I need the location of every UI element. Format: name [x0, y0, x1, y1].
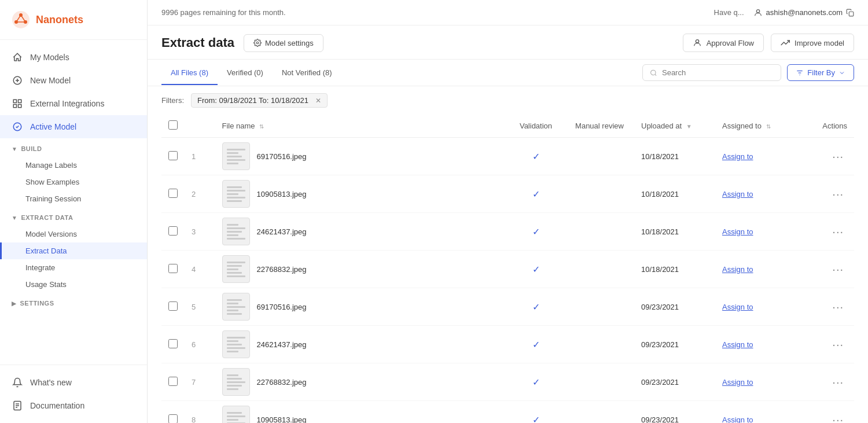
- tabs-container: All Files (8) Verified (0) Not Verified …: [161, 60, 341, 86]
- row-filename: 69170516.jpeg: [257, 152, 307, 161]
- thumb-line: [227, 224, 238, 226]
- more-actions-button[interactable]: ···: [829, 263, 847, 276]
- sidebar-item-integrate[interactable]: Integrate: [0, 259, 147, 276]
- tab-all-files[interactable]: All Files (8): [161, 61, 218, 85]
- sidebar-bottom: What's new Documentation: [0, 365, 147, 423]
- gear-icon: [253, 39, 262, 47]
- integrate-label: Integrate: [25, 263, 55, 272]
- thumb-line: [227, 186, 242, 188]
- sidebar-item-documentation[interactable]: Documentation: [0, 394, 147, 417]
- row-manual-review: [565, 213, 634, 251]
- tab-not-verified[interactable]: Not Verified (8): [273, 61, 341, 85]
- thumb-line: [227, 190, 245, 192]
- more-actions-button[interactable]: ···: [829, 187, 847, 201]
- show-examples-label: Show Examples: [25, 178, 79, 186]
- row-uploaded-at: 09/23/2021: [634, 401, 715, 424]
- sidebar-item-model-versions[interactable]: Model Versions: [0, 226, 147, 242]
- page-title-area: Extract data Model settings: [161, 34, 323, 52]
- sidebar-item-usage-stats[interactable]: Usage Stats: [0, 276, 147, 293]
- sidebar-item-manage-labels[interactable]: Manage Labels: [0, 157, 147, 174]
- row-number: 6: [185, 326, 215, 363]
- approval-flow-button[interactable]: Approval Flow: [683, 34, 764, 52]
- settings-section-header[interactable]: ▶ SETTINGS: [12, 296, 135, 310]
- search-box[interactable]: [642, 64, 781, 81]
- select-all-checkbox[interactable]: [168, 120, 178, 130]
- improve-model-label: Improve model: [795, 39, 844, 47]
- filter-by-button[interactable]: Filter By: [787, 64, 854, 81]
- date-filter-chip[interactable]: From: 09/18/2021 To: 10/18/2021 ✕: [191, 93, 328, 108]
- row-manual-review: [565, 251, 634, 288]
- row-checkbox[interactable]: [168, 377, 178, 386]
- assign-to-link[interactable]: Assign to: [722, 227, 753, 236]
- filters-bar: Filters: From: 09/18/2021 To: 10/18/2021…: [148, 86, 868, 115]
- row-checkbox[interactable]: [168, 189, 178, 198]
- sidebar-item-extract-data[interactable]: Extract Data: [0, 242, 147, 259]
- assign-to-link[interactable]: Assign to: [722, 378, 753, 387]
- sidebar-item-show-examples[interactable]: Show Examples: [0, 174, 147, 190]
- row-actions: ···: [808, 213, 854, 251]
- search-input[interactable]: [662, 68, 774, 77]
- row-filename: 10905813.jpeg: [257, 190, 307, 198]
- row-checkbox[interactable]: [168, 301, 178, 311]
- assign-to-link[interactable]: Assign to: [722, 415, 753, 424]
- more-actions-button[interactable]: ···: [829, 338, 847, 351]
- col-header-assigned-to[interactable]: Assigned to ⇅: [715, 115, 808, 138]
- page-title: Extract data: [161, 35, 234, 50]
- row-checkbox[interactable]: [168, 414, 178, 424]
- col-header-checkbox: [161, 115, 185, 138]
- extract-section-header[interactable]: ▼ EXTRACT DATA: [12, 211, 135, 225]
- build-section-header[interactable]: ▼ BUILD: [12, 142, 135, 156]
- thumbnail-lines: [223, 145, 249, 168]
- more-actions-button[interactable]: ···: [829, 413, 847, 424]
- table-row: 5 69170516.jpeg ✓ 09/23/2021 Assign to ·…: [161, 288, 854, 326]
- file-thumbnail: [222, 218, 250, 245]
- sidebar-nav: My Models New Model External Integration…: [0, 40, 147, 365]
- thumbnail-lines: [223, 409, 249, 424]
- sidebar-item-active-model-label: Active Model: [30, 122, 76, 131]
- thumb-line: [227, 347, 245, 349]
- assign-to-link[interactable]: Assign to: [722, 190, 753, 198]
- improve-model-button[interactable]: Improve model: [771, 34, 854, 52]
- row-assigned-to: Assign to: [715, 175, 808, 213]
- tabs-search-row: All Files (8) Verified (0) Not Verified …: [148, 60, 868, 86]
- row-uploaded-at: 09/23/2021: [634, 288, 715, 326]
- row-checkbox[interactable]: [168, 226, 178, 236]
- more-actions-button[interactable]: ···: [829, 300, 847, 314]
- assign-to-link[interactable]: Assign to: [722, 340, 753, 349]
- col-uploaded-at-label: Uploaded at: [641, 122, 682, 130]
- sidebar-item-new-model[interactable]: New Model: [0, 69, 147, 92]
- model-settings-button[interactable]: Model settings: [244, 34, 323, 52]
- row-manual-review: [565, 138, 634, 175]
- more-actions-button[interactable]: ···: [829, 376, 847, 389]
- remove-filter-button[interactable]: ✕: [315, 97, 321, 105]
- validation-check-icon: ✓: [532, 340, 540, 350]
- extract-section: ▼ EXTRACT DATA: [0, 207, 147, 226]
- table-row: 4 22768832.jpeg ✓ 10/18/2021 Assign to ·…: [161, 251, 854, 288]
- row-checkbox-cell: [161, 326, 185, 363]
- sidebar-item-training-session[interactable]: Training Session: [0, 190, 147, 207]
- col-header-filename[interactable]: File name ⇅: [215, 115, 507, 138]
- validation-check-icon: ✓: [532, 302, 540, 312]
- thumb-line: [227, 344, 242, 345]
- row-checkbox-cell: [161, 138, 185, 175]
- more-actions-button[interactable]: ···: [829, 150, 847, 163]
- sidebar-item-active-model[interactable]: Active Model: [0, 115, 147, 138]
- col-header-uploaded-at[interactable]: Uploaded at ▼: [634, 115, 715, 138]
- assign-to-link[interactable]: Assign to: [722, 152, 753, 161]
- row-validation: ✓: [507, 138, 565, 175]
- training-session-label: Training Session: [25, 194, 81, 203]
- validation-check-icon: ✓: [532, 264, 540, 274]
- sidebar-item-external-integrations[interactable]: External Integrations: [0, 92, 147, 115]
- more-actions-button[interactable]: ···: [829, 225, 847, 238]
- filter-icon: [796, 69, 804, 77]
- sidebar-item-whats-new[interactable]: What's new: [0, 371, 147, 394]
- row-checkbox[interactable]: [168, 264, 178, 273]
- sidebar-item-my-models[interactable]: My Models: [0, 46, 147, 69]
- row-checkbox[interactable]: [168, 339, 178, 348]
- svg-rect-11: [19, 100, 21, 102]
- row-checkbox[interactable]: [168, 151, 178, 160]
- tab-verified[interactable]: Verified (0): [218, 61, 273, 85]
- assign-to-link[interactable]: Assign to: [722, 303, 753, 311]
- files-table: File name ⇅ Validation Manual review Upl…: [161, 115, 854, 423]
- assign-to-link[interactable]: Assign to: [722, 265, 753, 274]
